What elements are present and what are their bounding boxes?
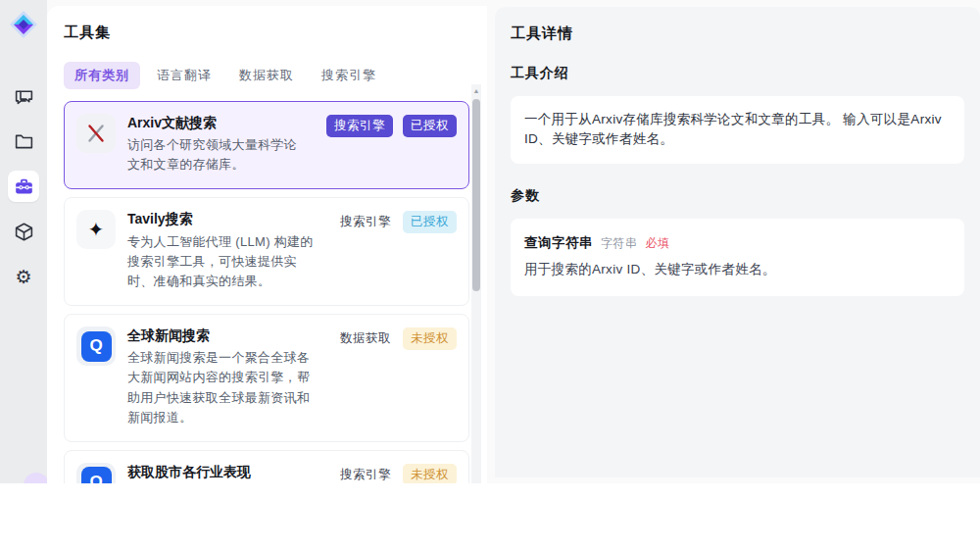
- required-badge: 必填: [646, 235, 670, 252]
- tool-badges: 搜索引擎 未授权: [338, 463, 457, 483]
- tool-name: 获取股市各行业表现: [127, 463, 320, 480]
- intro-heading: 工具介绍: [511, 65, 964, 82]
- sidebar-item-chat[interactable]: [8, 80, 39, 112]
- parameter-description: 用于搜索的Arxiv ID、关键字或作者姓名。: [524, 261, 951, 278]
- tool-card[interactable]: ✦ Tavily搜索 专为人工智能代理 (LLM) 构建的搜索引擎工具，可快速提…: [64, 197, 469, 306]
- app-logo-icon: [9, 10, 38, 39]
- q-search-icon: Q: [76, 326, 116, 366]
- tool-name: Arxiv文献搜索: [127, 114, 309, 131]
- parameter-item: 查询字符串 字符串 必填 用于搜索的Arxiv ID、关键字或作者姓名。: [511, 219, 964, 296]
- tool-badges: 数据获取 未授权: [338, 326, 457, 427]
- category-badge: 数据获取: [338, 327, 393, 350]
- sidebar-item-files[interactable]: [8, 125, 39, 157]
- gear-icon: ⚙: [15, 268, 31, 286]
- parameter-type: 字符串: [601, 235, 638, 252]
- parameter-head: 查询字符串 字符串 必填: [524, 234, 951, 252]
- tool-card[interactable]: Arxiv文献搜索 访问各个研究领域大量科学论文和文章的存储库。 搜索引擎 已授…: [64, 101, 469, 189]
- auth-status-badge: 未授权: [403, 464, 457, 483]
- tool-list: Arxiv文献搜索 访问各个研究领域大量科学论文和文章的存储库。 搜索引擎 已授…: [64, 101, 469, 483]
- sidebar-nav: ⚙: [8, 80, 39, 292]
- category-tab[interactable]: 语言翻译: [146, 62, 222, 89]
- tool-name: Tavily搜索: [127, 210, 320, 227]
- cube-icon: [14, 222, 34, 242]
- folder-icon: [14, 131, 34, 152]
- params-heading: 参数: [511, 187, 964, 205]
- detail-title: 工具详情: [511, 25, 964, 43]
- auth-status-badge: 已授权: [403, 211, 457, 233]
- category-tab[interactable]: 数据获取: [228, 62, 305, 89]
- scroll-up-arrow-icon[interactable]: ▲: [471, 84, 481, 97]
- floating-help-button[interactable]: [24, 473, 49, 483]
- tool-badges: 搜索引擎 已授权: [338, 210, 457, 291]
- page-title: 工具集: [64, 24, 487, 42]
- tool-card-body: Tavily搜索 专为人工智能代理 (LLM) 构建的搜索引擎工具，可快速提供实…: [127, 210, 326, 291]
- intro-text: 一个用于从Arxiv存储库搜索科学论文和文章的工具。 输入可以是Arxiv ID…: [511, 96, 964, 164]
- tool-name: 全球新闻搜索: [127, 326, 320, 344]
- sidebar-item-toolbox[interactable]: [8, 171, 39, 202]
- category-tab[interactable]: 搜索引擎: [311, 62, 387, 89]
- sidebar-item-settings[interactable]: ⚙: [8, 261, 39, 292]
- toolbox-icon: [14, 176, 34, 197]
- tool-description: 访问各个研究领域大量科学论文和文章的存储库。: [127, 135, 309, 175]
- arxiv-logo-icon: [76, 114, 116, 153]
- tool-card-body: 全球新闻搜索 全球新闻搜索是一个聚合全球各大新闻网站内容的搜索引擎，帮助用户快速…: [127, 326, 326, 427]
- tool-detail-panel: 工具详情 工具介绍 一个用于从Arxiv存储库搜索科学论文和文章的工具。 输入可…: [495, 7, 980, 477]
- sidebar: ⚙: [0, 0, 47, 483]
- tool-card-body: Arxiv文献搜索 访问各个研究领域大量科学论文和文章的存储库。: [127, 114, 315, 175]
- list-scrollbar[interactable]: ▲: [471, 84, 481, 483]
- auth-status-badge: 未授权: [403, 327, 457, 350]
- tool-list-panel: 工具集 所有类别语言翻译数据获取搜索引擎 Arxiv文献搜索 访问各个研究领域大…: [47, 6, 487, 483]
- tool-description: 专为人工智能代理 (LLM) 构建的搜索引擎工具，可快速提供实时、准确和真实的结…: [127, 232, 320, 291]
- category-badge: 搜索引擎: [326, 115, 393, 137]
- tool-card[interactable]: Q 全球新闻搜索 全球新闻搜索是一个聚合全球各大新闻网站内容的搜索引擎，帮助用户…: [64, 314, 469, 442]
- chat-icon: [14, 86, 34, 107]
- auth-status-badge: 已授权: [403, 115, 457, 137]
- q-search-icon: Q: [76, 463, 116, 483]
- tavily-star-icon: ✦: [76, 210, 116, 249]
- tool-description: 全球新闻搜索是一个聚合全球各大新闻网站内容的搜索引擎，帮助用户快速获取全球最新资…: [127, 348, 320, 427]
- scrollbar-thumb[interactable]: [472, 99, 480, 291]
- tool-card-body: 获取股市各行业表现 提供股票市场各个行业在特定时间段内的表现。投资者可以利用这些…: [127, 463, 326, 483]
- parameter-name: 查询字符串: [524, 234, 593, 252]
- app-window: ⚙ 工具集 所有类别语言翻译数据获取搜索引擎 Arxiv文献搜索 访问各个研究领…: [0, 0, 980, 483]
- category-tab[interactable]: 所有类别: [64, 62, 140, 89]
- category-badge: 搜索引擎: [338, 464, 393, 483]
- sidebar-item-plugins[interactable]: [8, 216, 39, 247]
- tool-card[interactable]: Q 获取股市各行业表现 提供股票市场各个行业在特定时间段内的表现。投资者可以利用…: [64, 450, 469, 483]
- category-tabs: 所有类别语言翻译数据获取搜索引擎: [64, 62, 487, 89]
- category-badge: 搜索引擎: [338, 211, 393, 233]
- tool-badges: 搜索引擎 已授权: [326, 114, 457, 175]
